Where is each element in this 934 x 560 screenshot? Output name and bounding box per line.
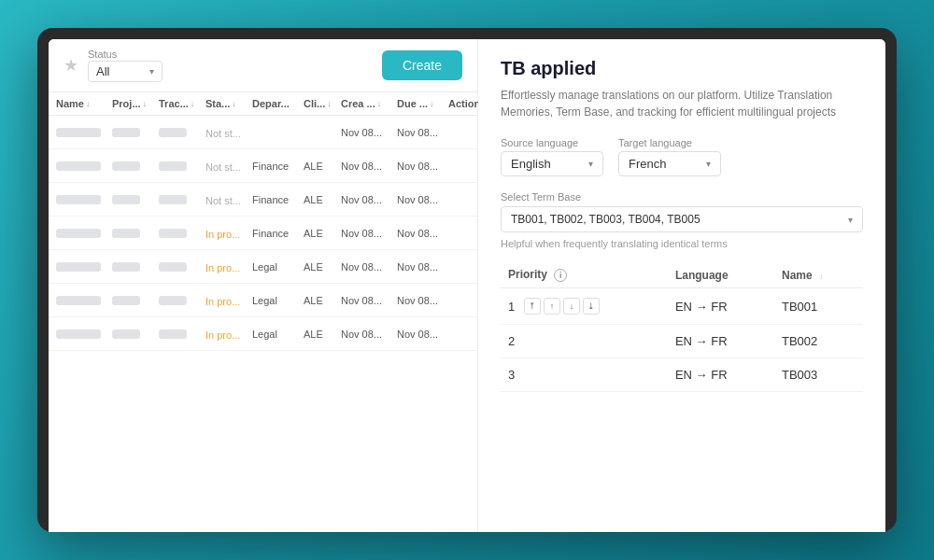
panel-title: TB applied [501, 58, 863, 79]
created-cell: Nov 08... [341, 127, 397, 138]
tb-lang-cell: EN → FR [668, 325, 774, 358]
client-cell: ALE [304, 161, 341, 172]
source-lang-label: Source language [501, 137, 603, 148]
bottom-icon[interactable]: ⤓ [583, 298, 600, 315]
client-cell: ALE [304, 228, 341, 239]
th-name: Name ↓ [56, 98, 112, 109]
name-sort-icons: ↓ [819, 272, 824, 281]
client-cell: ALE [304, 329, 341, 340]
client-cell: ALE [304, 194, 341, 205]
top-icon[interactable]: ⤒ [524, 298, 541, 315]
toolbar: ★ Status All ▾ Create [49, 39, 477, 92]
source-lang-select[interactable]: English ▾ [501, 151, 603, 176]
th-language: Language [668, 262, 774, 288]
dept-cell: Legal [252, 295, 304, 306]
due-cell: Nov 08... [397, 161, 448, 172]
status-badge: Not st... [205, 128, 241, 139]
status-select[interactable]: All ▾ [88, 61, 163, 82]
sort-icon: ↓ [143, 99, 148, 108]
th-trac: Trac... ↓ [159, 98, 205, 109]
status-group: Status All ▾ [88, 49, 163, 82]
status-badge: In pro... [205, 262, 240, 273]
dept-cell: Finance [252, 228, 304, 239]
down-icon[interactable]: ↓ [563, 298, 580, 315]
sort-icon: ↓ [327, 99, 332, 108]
priority-number: 2 [508, 334, 515, 348]
tb-priority-cell: 3 [501, 358, 668, 392]
target-lang-value: French [629, 157, 666, 171]
priority-number: 1 [508, 300, 517, 314]
tb-selected-value: TB001, TB002, TB003, TB004, TB005 [511, 213, 700, 226]
created-cell: Nov 08... [341, 295, 397, 306]
priority-number: 3 [508, 368, 515, 382]
th-sta: Sta... ↓ [205, 98, 252, 109]
laptop-frame: ★ Status All ▾ Create Name ↓ [37, 28, 897, 532]
tb-priority-cell: 1⤒↑↓⤓ [501, 288, 668, 325]
chevron-down-icon: ▾ [149, 66, 154, 77]
tb-hint: Helpful when frequently translating iden… [501, 238, 863, 249]
client-cell: ALE [304, 295, 341, 306]
priority-controls: 1⤒↑↓⤓ [508, 298, 660, 315]
star-icon[interactable]: ★ [64, 55, 78, 76]
table-row: Not st...FinanceALENov 08...Nov 08...⋮ [49, 149, 477, 183]
table-body: Not st...Nov 08...Nov 08...⋮Not st...Fin… [49, 116, 477, 532]
source-lang-value: English [511, 157, 551, 171]
sort-icon: ↓ [191, 99, 195, 108]
table-row: In pro...LegalALENov 08...Nov 08...⋮ [49, 284, 477, 317]
tb-table: Priority i Language Name ↓ [501, 262, 863, 392]
created-cell: Nov 08... [341, 194, 397, 205]
due-cell: Nov 08... [397, 127, 448, 138]
term-base-group: Select Term Base TB001, TB002, TB003, TB… [501, 191, 863, 232]
due-cell: Nov 08... [397, 194, 448, 205]
right-panel: TB applied Effortlessly manage translati… [478, 39, 885, 532]
tb-lang-cell: EN → FR [668, 358, 774, 392]
tb-select-label: Select Term Base [501, 191, 863, 203]
tb-lang-cell: EN → FR [668, 288, 774, 325]
dept-cell: Finance [252, 161, 304, 172]
table-row: In pro...FinanceALENov 08...Nov 08...⋮ [49, 217, 477, 250]
up-icon[interactable]: ↑ [544, 298, 560, 315]
target-lang-select[interactable]: French ▾ [618, 151, 721, 176]
th-crea: Crea ... ↓ [341, 98, 397, 109]
sort-icon: ↓ [377, 99, 382, 108]
tb-select[interactable]: TB001, TB002, TB003, TB004, TB005 ▾ [501, 206, 863, 232]
th-priority: Priority i [501, 262, 668, 288]
create-button[interactable]: Create [382, 50, 462, 80]
sort-icon: ↓ [232, 99, 236, 108]
due-cell: Nov 08... [397, 228, 448, 239]
table-row: Not st...Nov 08...Nov 08...⋮ [49, 116, 477, 149]
tb-table-row: 3EN → FRTB003 [501, 358, 863, 392]
created-cell: Nov 08... [341, 228, 397, 239]
dept-cell: Legal [252, 329, 304, 340]
screen-content: ★ Status All ▾ Create Name ↓ [49, 39, 885, 532]
language-row: Source language English ▾ Target languag… [501, 137, 863, 176]
tb-priority-cell: 2 [501, 325, 668, 358]
dept-cell: Legal [252, 261, 304, 273]
due-cell: Nov 08... [397, 295, 448, 306]
status-value: All [96, 64, 109, 78]
tb-table-row: 1⤒↑↓⤓EN → FRTB001 [501, 288, 863, 325]
laptop-screen: ★ Status All ▾ Create Name ↓ [49, 39, 885, 532]
created-cell: Nov 08... [341, 261, 397, 273]
table-row: In pro...LegalALENov 08...Nov 08...⋮ [49, 250, 477, 284]
th-proj: Proj... ↓ [112, 98, 159, 109]
status-badge: Not st... [205, 161, 241, 173]
table-row: Not st...FinanceALENov 08...Nov 08...⋮ [49, 183, 477, 217]
tb-chevron-icon: ▾ [848, 215, 853, 225]
table-header: Name ↓ Proj... ↓ Trac... ↓ Sta... ↓ [49, 92, 477, 116]
tb-name-cell: TB002 [774, 325, 863, 358]
panel-description: Effortlessly manage translations on our … [501, 87, 863, 120]
info-icon[interactable]: i [554, 269, 567, 282]
tb-name-cell: TB001 [774, 288, 863, 325]
left-panel: ★ Status All ▾ Create Name ↓ [49, 39, 478, 532]
due-cell: Nov 08... [397, 329, 448, 340]
status-badge: Not st... [205, 195, 241, 206]
source-lang-chevron-icon: ▾ [588, 159, 593, 169]
sort-icon: ↓ [430, 99, 434, 108]
due-cell: Nov 08... [397, 261, 448, 273]
status-label: Status [88, 49, 163, 60]
target-lang-label: Target language [618, 137, 721, 148]
tb-name-cell: TB003 [774, 358, 863, 392]
dept-cell: Finance [252, 194, 304, 205]
target-lang-chevron-icon: ▾ [706, 159, 711, 169]
